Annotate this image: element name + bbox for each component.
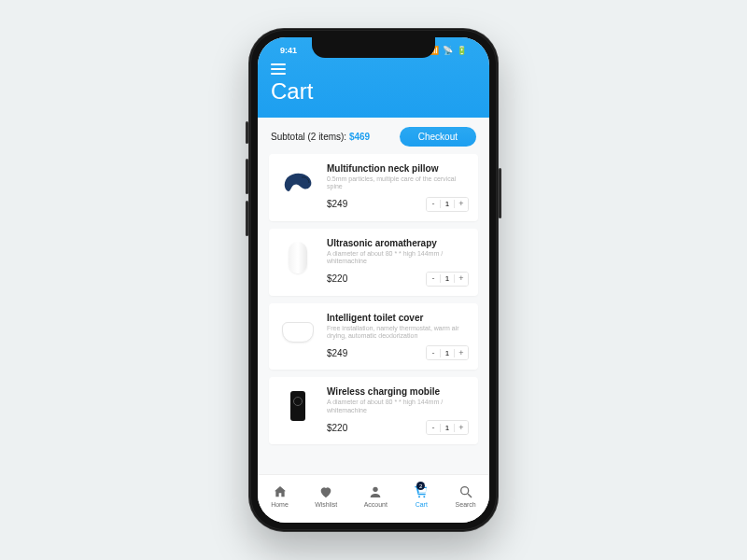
- checkout-button[interactable]: Checkout: [400, 127, 476, 147]
- subtotal-text: Subtotal (2 items): $469: [271, 132, 370, 142]
- qty-minus-button[interactable]: -: [427, 421, 440, 434]
- cart-item[interactable]: Wireless charging mobile A diameter of a…: [269, 377, 478, 444]
- battery-icon: 🔋: [457, 46, 467, 55]
- item-info: Wireless charging mobile A diameter of a…: [327, 386, 469, 435]
- quantity-stepper: - 1 +: [426, 197, 469, 212]
- tab-bar: Home Wishlist Account 2 Cart Search: [258, 474, 489, 523]
- item-name: Intelligent toilet cover: [327, 313, 469, 323]
- tab-search[interactable]: Search: [456, 484, 476, 508]
- qty-value: 1: [440, 349, 455, 357]
- toilet-cover-icon: [282, 322, 314, 343]
- item-info: Intelligent toilet cover Free installati…: [327, 313, 469, 361]
- quantity-stepper: - 1 +: [426, 420, 469, 435]
- item-desc: Free installation, namely thermostat, wa…: [327, 325, 469, 341]
- home-icon: [273, 484, 288, 499]
- cart-items: Multifunction neck pillow 0.5mm particle…: [258, 154, 489, 444]
- charger-icon: [290, 391, 305, 421]
- item-thumbnail: [278, 313, 317, 352]
- qty-value: 1: [440, 274, 455, 283]
- svg-point-0: [374, 487, 378, 492]
- svg-point-3: [460, 487, 468, 495]
- tab-label: Wishlist: [315, 501, 337, 508]
- item-thumbnail: [278, 163, 317, 203]
- tab-label: Account: [364, 501, 388, 508]
- item-desc: A diameter of about 80 * * high 144mm / …: [327, 399, 469, 414]
- pillow-icon: [281, 170, 315, 196]
- screen: 9:41 📶 📡 🔋 Cart Subtotal (2 items): $469…: [258, 37, 489, 523]
- item-desc: 0.5mm particles, multiple care of the ce…: [327, 175, 469, 191]
- status-indicators: 📶 📡 🔋: [429, 46, 472, 55]
- status-time: 9:41: [275, 46, 297, 55]
- item-name: Wireless charging mobile: [327, 386, 469, 397]
- side-button: [246, 201, 248, 236]
- tab-cart[interactable]: 2 Cart: [414, 484, 429, 508]
- side-button: [499, 168, 501, 218]
- notch: [312, 37, 435, 58]
- qty-plus-button[interactable]: +: [455, 421, 468, 434]
- tab-label: Home: [271, 501, 289, 508]
- svg-point-2: [424, 496, 426, 497]
- item-price: $220: [327, 423, 347, 433]
- side-button: [246, 121, 248, 144]
- tab-wishlist[interactable]: Wishlist: [315, 484, 337, 508]
- item-thumbnail: [278, 386, 317, 426]
- qty-value: 1: [440, 424, 455, 432]
- item-name: Multifunction neck pillow: [327, 163, 469, 174]
- tab-label: Cart: [416, 501, 428, 508]
- subtotal-label: Subtotal (2 items):: [271, 132, 349, 142]
- tab-home[interactable]: Home: [271, 484, 289, 508]
- item-name: Ultrasonic aromatherapy: [327, 238, 469, 248]
- item-price: $249: [327, 348, 347, 358]
- diffuser-icon: [289, 242, 307, 273]
- qty-plus-button[interactable]: +: [455, 346, 468, 359]
- item-desc: A diameter of about 80 * * high 144mm / …: [327, 250, 469, 266]
- subtotal-amount: $469: [349, 132, 370, 142]
- side-button: [246, 159, 248, 194]
- heart-icon: [318, 484, 333, 499]
- search-icon: [458, 484, 473, 499]
- cart-item[interactable]: Intelligent toilet cover Free installati…: [269, 303, 478, 371]
- qty-minus-button[interactable]: -: [427, 346, 440, 359]
- quantity-stepper: - 1 +: [426, 272, 469, 287]
- item-info: Ultrasonic aromatherapy A diameter of ab…: [327, 238, 469, 287]
- svg-line-4: [468, 494, 472, 497]
- account-icon: [368, 484, 383, 499]
- qty-minus-button[interactable]: -: [427, 273, 440, 286]
- menu-icon[interactable]: [271, 63, 286, 75]
- item-price: $220: [327, 273, 347, 284]
- cart-item[interactable]: Multifunction neck pillow 0.5mm particle…: [269, 154, 478, 221]
- tab-label: Search: [456, 501, 476, 508]
- qty-value: 1: [440, 200, 455, 208]
- subtotal-row: Subtotal (2 items): $469 Checkout: [258, 118, 489, 154]
- svg-point-1: [418, 496, 420, 497]
- item-thumbnail: [278, 238, 317, 277]
- quantity-stepper: - 1 +: [426, 345, 469, 360]
- qty-plus-button[interactable]: +: [455, 198, 468, 211]
- page-title: Cart: [271, 78, 476, 105]
- qty-minus-button[interactable]: -: [427, 198, 440, 211]
- wifi-icon: 📡: [443, 46, 453, 55]
- item-price: $249: [327, 199, 347, 209]
- qty-plus-button[interactable]: +: [455, 273, 468, 286]
- item-info: Multifunction neck pillow 0.5mm particle…: [327, 163, 469, 212]
- cart-item[interactable]: Ultrasonic aromatherapy A diameter of ab…: [269, 229, 478, 296]
- tab-account[interactable]: Account: [364, 484, 388, 508]
- phone-frame: 9:41 📶 📡 🔋 Cart Subtotal (2 items): $469…: [248, 28, 499, 532]
